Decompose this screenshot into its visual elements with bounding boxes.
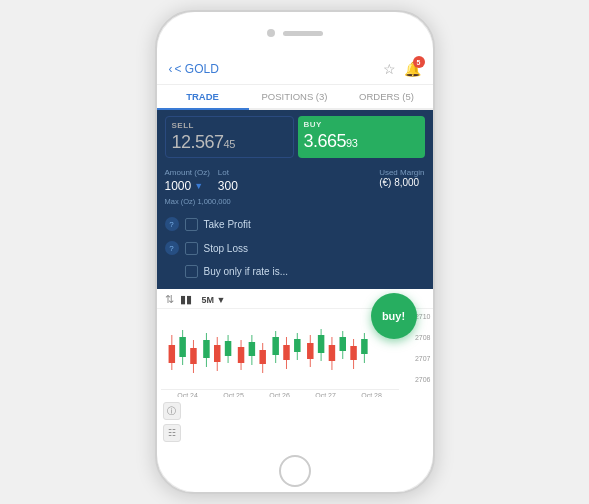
svg-rect-21: [283, 345, 289, 360]
info-icon[interactable]: ⓘ: [163, 402, 181, 420]
svg-rect-1: [168, 345, 174, 363]
amount-section: Amount (Oz) 1000 ▼ Lot 300 Used Margin (…: [157, 164, 433, 195]
bottom-icons: ⓘ ☷: [163, 402, 181, 442]
table-icon[interactable]: ☷: [163, 424, 181, 442]
buy-if-label: Buy only if rate is...: [204, 266, 288, 277]
sell-price-small: 45: [224, 138, 235, 150]
amount-label: Amount (Oz): [165, 168, 210, 177]
svg-rect-15: [248, 342, 254, 356]
options-section: ? Take Profit ? Stop Loss Buy only if ra…: [157, 210, 433, 289]
x-label-4: Oct 28: [361, 390, 382, 397]
phone-shell: ‹ < GOLD ☆ 🔔 5 TRADE POSITIONS (3) ORDER…: [155, 10, 435, 494]
take-profit-label: Take Profit: [204, 219, 251, 230]
svg-rect-33: [350, 346, 356, 360]
buy-price-small: 93: [346, 137, 357, 149]
buy-price-main: 3.665: [304, 131, 347, 151]
svg-rect-11: [224, 341, 230, 356]
amount-group: Amount (Oz) 1000 ▼: [165, 168, 210, 193]
back-icon: ‹: [169, 62, 173, 76]
stop-loss-help-icon[interactable]: ?: [165, 241, 179, 255]
margin-value: (€) 8,000: [379, 177, 424, 188]
back-button[interactable]: ‹ < GOLD: [169, 62, 219, 76]
svg-rect-5: [190, 348, 196, 364]
tabs: TRADE POSITIONS (3) ORDERS (5): [157, 85, 433, 110]
svg-rect-7: [203, 340, 209, 358]
lot-value: 300: [218, 179, 238, 193]
home-button[interactable]: [279, 455, 311, 487]
svg-rect-27: [317, 335, 323, 353]
x-label-3: Oct 27: [315, 390, 336, 397]
lot-label: Lot: [218, 168, 238, 177]
star-icon[interactable]: ☆: [383, 61, 396, 77]
amount-value[interactable]: 1000: [165, 179, 192, 193]
svg-rect-13: [237, 347, 243, 363]
speaker: [283, 31, 323, 36]
buy-button[interactable]: buy!: [371, 293, 417, 339]
svg-rect-3: [179, 337, 185, 357]
bell-wrapper[interactable]: 🔔 5: [404, 60, 421, 78]
sell-price-main: 12.567: [172, 132, 224, 152]
chart-area: buy! ⇅ ▮▮ 5M ▼: [157, 289, 433, 450]
take-profit-help-icon[interactable]: ?: [165, 217, 179, 231]
tab-trade[interactable]: TRADE: [157, 85, 249, 108]
swap-icon[interactable]: ⇅: [165, 293, 174, 306]
amount-value-row: 1000 ▼: [165, 179, 210, 193]
y-label-2: 2707: [403, 355, 431, 362]
max-label: Max (Oz) 1,000,000: [157, 195, 433, 210]
svg-rect-23: [294, 339, 300, 352]
option-stop-loss: ? Stop Loss: [165, 236, 425, 260]
take-profit-checkbox[interactable]: [185, 218, 198, 231]
sell-label: SELL: [172, 121, 287, 130]
buy-label: BUY: [304, 120, 419, 129]
back-label: < GOLD: [175, 62, 219, 76]
svg-rect-31: [339, 337, 345, 351]
y-label-3: 2706: [403, 376, 431, 383]
notification-badge: 5: [413, 56, 425, 68]
trade-section: SELL 12.56745 BUY 3.66593: [157, 110, 433, 164]
header-icons: ☆ 🔔 5: [383, 60, 421, 78]
x-label-1: Oct 25: [223, 390, 244, 397]
svg-rect-17: [259, 350, 265, 364]
camera: [267, 29, 275, 37]
option-buy-if: Buy only if rate is...: [165, 260, 425, 283]
stop-loss-checkbox[interactable]: [185, 242, 198, 255]
tab-positions[interactable]: POSITIONS (3): [249, 85, 341, 108]
header: ‹ < GOLD ☆ 🔔 5: [157, 54, 433, 85]
bottom-bezel: [157, 450, 433, 492]
x-axis: Oct 24 Oct 25 Oct 26 Oct 27 Oct 28: [161, 389, 399, 397]
tab-orders[interactable]: ORDERS (5): [341, 85, 433, 108]
option-take-profit: ? Take Profit: [165, 212, 425, 236]
svg-rect-9: [214, 345, 220, 362]
x-label-2: Oct 26: [269, 390, 290, 397]
top-bezel: [157, 12, 433, 54]
buy-if-checkbox[interactable]: [185, 265, 198, 278]
svg-rect-29: [328, 345, 334, 361]
margin-label: Used Margin: [379, 168, 424, 177]
sell-box[interactable]: SELL 12.56745: [165, 116, 294, 158]
svg-rect-25: [307, 343, 313, 359]
timeframe-label[interactable]: 5M ▼: [202, 295, 226, 305]
x-label-0: Oct 24: [177, 390, 198, 397]
chart-canvas: Oct 24 Oct 25 Oct 26 Oct 27 Oct 28: [157, 311, 403, 397]
stop-loss-label: Stop Loss: [204, 243, 248, 254]
sell-price: 12.56745: [172, 132, 287, 153]
buy-price: 3.66593: [304, 131, 419, 152]
candle-icon: ▮▮: [180, 293, 196, 306]
amount-dropdown-icon[interactable]: ▼: [194, 181, 203, 191]
buy-box[interactable]: BUY 3.66593: [298, 116, 425, 158]
candles-chart: [161, 315, 399, 385]
lot-group: Lot 300: [218, 168, 238, 193]
svg-rect-19: [272, 337, 278, 355]
margin-group: Used Margin (€) 8,000: [379, 168, 424, 188]
screen: ‹ < GOLD ☆ 🔔 5 TRADE POSITIONS (3) ORDER…: [157, 54, 433, 450]
svg-rect-35: [361, 339, 367, 354]
trade-row: SELL 12.56745 BUY 3.66593: [165, 116, 425, 158]
